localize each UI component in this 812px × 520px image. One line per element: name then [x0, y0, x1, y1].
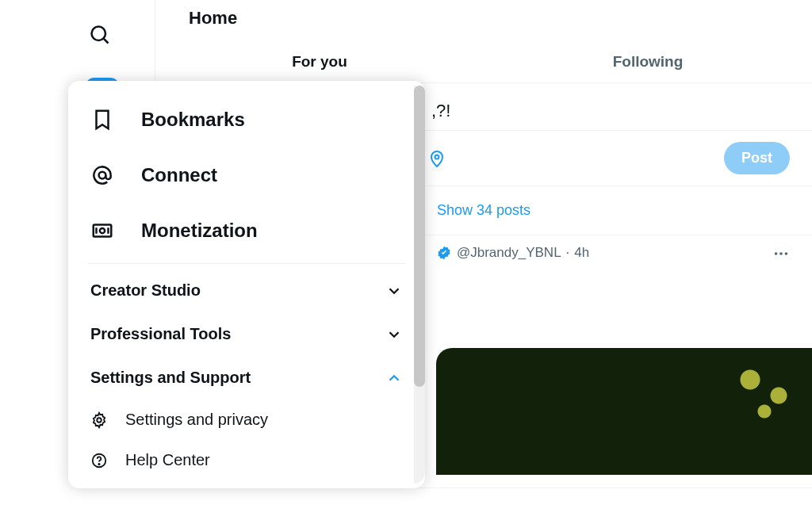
menu-item-label: Monetization — [141, 220, 258, 242]
menu-section-label: Professional Tools — [90, 325, 231, 343]
menu-divider — [87, 263, 406, 264]
chevron-down-icon — [385, 282, 403, 300]
menu-sub-settings-privacy[interactable]: Settings and privacy — [68, 400, 425, 440]
tweet-timestamp: 4h — [574, 245, 589, 261]
at-icon — [90, 163, 114, 187]
tweet-more-button[interactable] — [772, 245, 790, 266]
menu-scrollbar-thumb[interactable] — [414, 86, 425, 387]
more-dropdown-menu: Bookmarks Connect Monetization Creator S… — [68, 81, 425, 488]
menu-item-connect[interactable]: Connect — [68, 147, 425, 203]
menu-section-label: Settings and Support — [90, 369, 251, 387]
svg-point-4 — [779, 252, 783, 255]
menu-item-label: Connect — [141, 164, 217, 186]
location-icon[interactable] — [427, 149, 446, 168]
post-button[interactable]: Post — [724, 142, 790, 174]
timeline-tabs: For you Following — [155, 41, 812, 83]
menu-sub-help-center[interactable]: Help Center — [68, 440, 425, 480]
tab-for-you[interactable]: For you — [155, 41, 484, 82]
tweet-handle: @Jbrandy_YBNL — [457, 245, 561, 261]
more-horizontal-icon — [772, 245, 790, 262]
menu-section-professional-tools[interactable]: Professional Tools — [68, 312, 425, 356]
menu-sub-label: Help Center — [125, 451, 210, 469]
verified-badge-icon — [436, 245, 452, 261]
menu-item-bookmarks[interactable]: Bookmarks — [68, 92, 425, 147]
menu-item-monetization[interactable]: Monetization — [68, 203, 425, 258]
menu-sub-label: Settings and privacy — [125, 411, 268, 429]
menu-section-settings-support[interactable]: Settings and Support — [68, 356, 425, 400]
svg-line-1 — [104, 39, 109, 44]
chevron-down-icon — [385, 326, 403, 343]
svg-point-13 — [98, 463, 99, 464]
svg-point-2 — [435, 155, 439, 159]
svg-point-8 — [100, 228, 105, 233]
menu-section-label: Creator Studio — [90, 281, 201, 300]
gear-icon — [90, 411, 108, 429]
tweet-header: @Jbrandy_YBNL · 4h — [436, 245, 793, 261]
svg-point-6 — [99, 172, 106, 179]
tab-following[interactable]: Following — [484, 41, 812, 82]
tweet-media[interactable] — [436, 348, 812, 475]
monetization-icon — [90, 219, 114, 243]
chevron-up-icon — [385, 369, 403, 387]
svg-point-0 — [92, 27, 106, 41]
svg-point-11 — [97, 418, 102, 422]
explore-search-button[interactable] — [81, 16, 119, 54]
menu-item-label: Bookmarks — [141, 109, 245, 131]
svg-point-5 — [785, 252, 788, 255]
help-icon — [90, 452, 108, 469]
search-icon — [89, 24, 111, 46]
svg-point-3 — [775, 252, 778, 255]
menu-section-creator-studio[interactable]: Creator Studio — [68, 269, 425, 312]
bookmark-icon — [90, 108, 114, 132]
page-title: Home — [155, 0, 812, 41]
compose-partial-text: ,?! — [431, 101, 450, 121]
tweet-separator: · — [566, 245, 570, 261]
